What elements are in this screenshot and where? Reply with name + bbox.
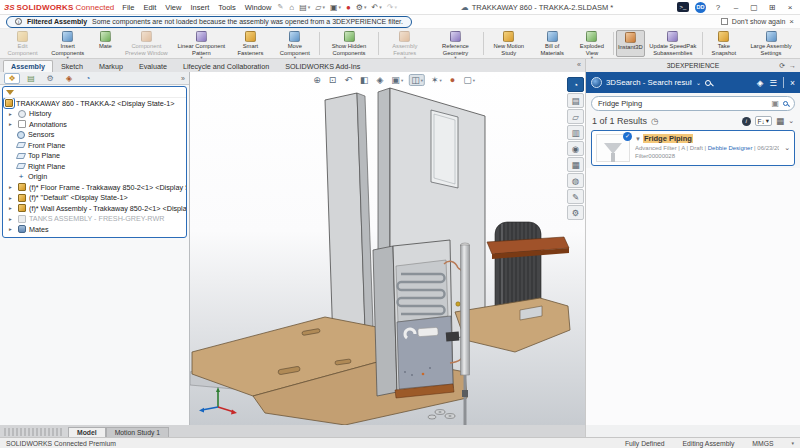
- dropdown-caret-icon[interactable]: ▾: [439, 78, 441, 83]
- open-button[interactable]: ▱▾: [315, 3, 325, 12]
- tab-evaluate[interactable]: Evaluate: [131, 60, 175, 72]
- ribbon-new-motion-study-button[interactable]: New Motion Study: [486, 30, 532, 57]
- tree-item-front-plane[interactable]: Front Plane: [3, 140, 186, 151]
- 3dexperience-console-button[interactable]: >_: [677, 2, 689, 12]
- settings-tab[interactable]: ⚙: [567, 205, 584, 220]
- dropdown-caret-icon[interactable]: ▾: [473, 78, 475, 83]
- view-settings-button[interactable]: ▢▾: [461, 74, 477, 86]
- ribbon-mate-button[interactable]: Mate: [92, 30, 118, 57]
- compass-icon[interactable]: [591, 77, 602, 88]
- tab-sketch[interactable]: Sketch: [53, 60, 91, 72]
- submit-search-icon[interactable]: [783, 101, 788, 106]
- notification-close-icon[interactable]: ×: [789, 17, 794, 26]
- dropdown-caret-icon[interactable]: ▾: [338, 4, 341, 10]
- expand-arrow-icon[interactable]: ▸: [9, 216, 15, 222]
- design-library-tab[interactable]: ▤: [567, 93, 584, 108]
- dropdown-caret-icon[interactable]: ▾: [308, 4, 311, 10]
- dropdown-caret-icon[interactable]: ▾: [364, 4, 367, 10]
- save-button[interactable]: ▣▾: [330, 3, 341, 12]
- traffic-light-button[interactable]: ●: [346, 3, 351, 12]
- section-view-button[interactable]: ◧: [358, 74, 371, 86]
- user-avatar-button[interactable]: DD: [695, 2, 706, 13]
- ribbon-edit-component-button[interactable]: Edit Component: [2, 30, 43, 57]
- ribbon-show-hidden-components-button[interactable]: Show Hidden Components: [322, 30, 376, 57]
- hamburger-menu-icon[interactable]: ☰: [769, 78, 777, 88]
- undo-button[interactable]: ↶▾: [372, 3, 382, 12]
- tab-lifecycle-and-collaboration[interactable]: Lifecycle and Collaboration: [175, 60, 277, 72]
- expand-arrow-icon[interactable]: ▸: [9, 111, 15, 117]
- search-scope-icon[interactable]: ▣: [771, 99, 779, 108]
- expand-arrow-icon[interactable]: ▸: [9, 121, 15, 127]
- results-info-icon[interactable]: i: [742, 117, 751, 126]
- 3dexperience-compass-tab[interactable]: ◔: [567, 77, 584, 92]
- tree-item-f-floor-frame-trakkaway-850-2-[interactable]: ▸(f)* Floor Frame - Trakkaway 850-2<1> <…: [3, 182, 186, 193]
- tree-root-item[interactable]: TRAKKAWAY 860 - TRAKKA-2 <Display State-…: [3, 98, 186, 109]
- result-title[interactable]: Fridge Piping: [643, 134, 693, 143]
- tab-solidworks-add-ins[interactable]: SOLIDWORKS Add-Ins: [277, 60, 368, 72]
- 3d-content-central-tab[interactable]: ◍: [567, 173, 584, 188]
- recent-searches-icon[interactable]: ◷: [651, 116, 658, 126]
- owner-link[interactable]: Debbie Designer: [708, 145, 753, 151]
- widget-title[interactable]: 3DSearch - Search results for...: [606, 78, 692, 87]
- dont-show-again-checkbox[interactable]: [721, 18, 728, 25]
- appearances-scenes-tab[interactable]: ◉: [567, 141, 584, 156]
- tab-strip-grip[interactable]: [4, 428, 64, 436]
- ribbon-assembly-features-button[interactable]: Assembly Features▾: [381, 30, 429, 57]
- view-orientation-button[interactable]: ▣▾: [389, 74, 405, 86]
- options-gear-button[interactable]: ⚙▾: [356, 3, 367, 12]
- tab-assembly[interactable]: Assembly: [3, 60, 53, 72]
- customize-menu-icon[interactable]: ✎: [277, 3, 283, 11]
- panel-refresh-icon[interactable]: ⟳: [779, 62, 785, 70]
- zoom-to-area-button[interactable]: ⊡: [327, 74, 339, 86]
- collapse-results-icon[interactable]: ⌄: [788, 117, 794, 125]
- tree-item-origin[interactable]: +Origin: [3, 172, 186, 183]
- hide-show-items-button[interactable]: ✶▾: [429, 74, 444, 86]
- dropdown-caret-icon[interactable]: ▾: [401, 78, 403, 83]
- window-layout-button[interactable]: ⊞: [766, 3, 778, 12]
- search-input[interactable]: Fridge Piping ▣: [591, 96, 795, 111]
- manager-tabs-overflow-icon[interactable]: »: [181, 75, 185, 82]
- ribbon-move-component-button[interactable]: Move Component▾: [273, 30, 318, 57]
- search-value[interactable]: Fridge Piping: [598, 99, 767, 108]
- file-explorer-tab[interactable]: ▱: [567, 109, 584, 124]
- 3d-model[interactable]: [190, 72, 585, 425]
- library-tab[interactable]: ▥: [567, 125, 584, 140]
- search-result-item[interactable]: ✓ ▼ Fridge Piping Advanced Filter | A | …: [591, 130, 795, 166]
- ribbon-instant3d-button[interactable]: Instant3D: [616, 30, 645, 57]
- ribbon-reference-geometry-button[interactable]: Reference Geometry▾: [430, 30, 481, 57]
- previous-view-button[interactable]: ↶: [342, 74, 354, 86]
- edit-appearance-button[interactable]: ●: [448, 74, 457, 86]
- menu-tools[interactable]: Tools: [218, 3, 236, 12]
- feature-manager-tab[interactable]: ❖: [4, 73, 20, 84]
- dropdown-caret-icon[interactable]: ▾: [394, 4, 397, 10]
- tree-item-f-default-display-state-1[interactable]: ▸(f)* "Default" <Display State-1>: [3, 193, 186, 204]
- units-caret-icon[interactable]: ▾: [791, 440, 794, 446]
- tree-item-top-plane[interactable]: Top Plane: [3, 151, 186, 162]
- help-button[interactable]: ?: [712, 3, 724, 12]
- home-button[interactable]: ⌂: [289, 3, 294, 12]
- widget-caret-icon[interactable]: ⌄: [696, 79, 701, 86]
- tag-icon[interactable]: ◈: [757, 78, 764, 88]
- ribbon-bill-of-materials-button[interactable]: Bill of Materials: [533, 30, 572, 57]
- ribbon-linear-component-pattern-button[interactable]: Linear Component Pattern▾: [174, 30, 228, 57]
- property-manager-tab[interactable]: ▤: [23, 73, 39, 84]
- expand-arrow-icon[interactable]: ▸: [9, 184, 15, 190]
- tree-item-tanks-assembly-fresh-grey-rwr[interactable]: ▸TANKS ASSEMBLY - FRESH-GREY-RWR: [3, 214, 186, 225]
- dropdown-caret-icon[interactable]: ▾: [322, 4, 325, 10]
- tree-item-annotations[interactable]: ▸Annotations: [3, 119, 186, 130]
- expand-arrow-icon[interactable]: ▸: [9, 226, 15, 232]
- tree-item-right-plane[interactable]: Right Plane: [3, 161, 186, 172]
- menu-view[interactable]: View: [165, 3, 181, 12]
- expand-arrow-icon[interactable]: ▸: [9, 195, 15, 201]
- tree-item-history[interactable]: ▸History: [3, 109, 186, 120]
- restore-button[interactable]: ▢: [748, 3, 760, 12]
- new-document-button[interactable]: ▤▾: [299, 3, 310, 12]
- minimize-button[interactable]: –: [730, 3, 742, 12]
- dynamic-annotation-views-button[interactable]: ◈: [374, 74, 385, 86]
- left-wall-panel[interactable]: [325, 93, 373, 344]
- ribbon-large-assembly-settings-button[interactable]: Large Assembly Settings: [744, 30, 798, 57]
- fridge-cabinet[interactable]: [373, 240, 459, 398]
- dropdown-caret-icon[interactable]: ▾: [421, 78, 423, 83]
- tree-item-mates[interactable]: ▸Mates: [3, 224, 186, 235]
- collapse-task-pane-icon[interactable]: «: [577, 61, 581, 68]
